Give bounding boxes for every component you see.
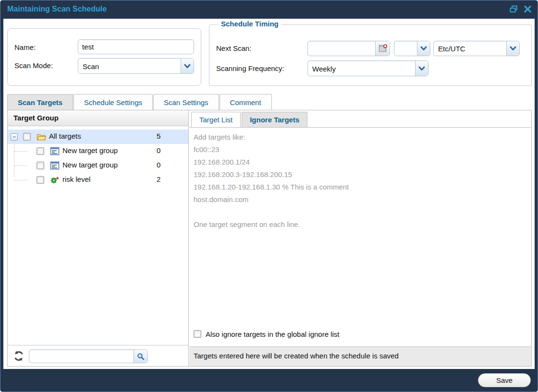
targets-tab-bar: Target List Ignore Targets xyxy=(189,110,531,128)
name-label: Name: xyxy=(14,43,36,51)
open-folder-icon xyxy=(37,132,46,141)
search-icon[interactable] xyxy=(134,350,147,363)
tree-row-risk-level[interactable]: risk level 2 xyxy=(8,173,188,187)
main-tab-bar: Scan Targets Schedule Settings Scan Sett… xyxy=(7,94,272,110)
global-ignore-row: Also ignore targets in the global ignore… xyxy=(189,328,531,347)
name-input[interactable] xyxy=(78,39,194,54)
gear-icon xyxy=(50,176,60,184)
calendar-icon[interactable] xyxy=(375,41,390,56)
chevron-down-icon xyxy=(415,61,428,76)
list-window-icon xyxy=(50,147,60,155)
maintaining-scan-schedule-dialog: Maintaining Scan Schedule Name: Scan Mod… xyxy=(0,0,538,392)
status-bar: Targets entered here will be created whe… xyxy=(189,346,531,366)
tab-scan-settings[interactable]: Scan Settings xyxy=(153,94,219,110)
target-group-tree: − All targets 5 xyxy=(8,127,188,345)
ignore-targets-editor xyxy=(189,128,531,328)
chevron-down-icon xyxy=(506,41,519,56)
group-checkbox[interactable] xyxy=(37,147,44,155)
dialog-footer: Save xyxy=(0,368,538,392)
scan-mode-select[interactable]: Scan xyxy=(78,58,194,74)
scan-mode-label: Scan Mode: xyxy=(14,61,53,70)
tab-scan-targets[interactable]: Scan Targets xyxy=(7,94,73,110)
targets-panel: Target List Ignore Targets Also ignore t… xyxy=(189,110,531,366)
scanning-frequency-label: Scanning Frequency: xyxy=(216,64,284,72)
tree-row-all-targets[interactable]: − All targets 5 xyxy=(8,130,188,144)
global-ignore-label: Also ignore targets in the global ignore… xyxy=(206,330,340,338)
timezone-select[interactable]: Etc/UTC xyxy=(433,41,520,56)
tree-connector xyxy=(14,180,27,180)
tree-search-box xyxy=(29,349,148,363)
target-group-panel: Target Group − All targets 5 xyxy=(8,110,189,366)
tree-search-input[interactable] xyxy=(33,351,132,362)
collapse-icon[interactable]: − xyxy=(11,133,18,141)
refresh-icon[interactable] xyxy=(12,350,25,362)
tree-row-new-target-group-1[interactable]: New target group 0 xyxy=(8,144,188,158)
all-targets-checkbox[interactable] xyxy=(23,133,31,141)
tree-search-row xyxy=(8,345,188,366)
target-group-header: Target Group xyxy=(8,110,188,126)
tree-connector xyxy=(14,166,27,166)
group-checkbox[interactable] xyxy=(37,176,44,184)
schedule-timing-legend: Schedule Timing xyxy=(218,20,281,28)
tab-comment[interactable]: Comment xyxy=(220,94,272,110)
list-window-icon xyxy=(50,161,60,170)
scan-targets-content: Target Group − All targets 5 xyxy=(7,110,532,367)
chevron-down-icon xyxy=(181,59,194,73)
tab-schedule-settings[interactable]: Schedule Settings xyxy=(73,94,153,110)
schedule-timing-fieldset: Schedule Timing Next Scan: xyxy=(209,24,532,86)
title-bar: Maintaining Scan Schedule xyxy=(0,0,538,19)
global-ignore-checkbox[interactable] xyxy=(194,330,201,338)
chevron-down-icon xyxy=(417,41,430,56)
name-panel: Name: Scan Mode: Scan xyxy=(7,28,201,86)
next-scan-date-input[interactable] xyxy=(307,41,390,56)
dialog-title: Maintaining Scan Schedule xyxy=(7,5,107,13)
save-button[interactable]: Save xyxy=(478,373,531,387)
scanning-frequency-select[interactable]: Weekly xyxy=(307,60,428,76)
tab-ignore-targets[interactable]: Ignore Targets xyxy=(242,112,307,127)
dialog-body: Name: Scan Mode: Scan Schedule Timing Ne… xyxy=(3,19,535,369)
tree-connector xyxy=(14,151,27,152)
group-checkbox[interactable] xyxy=(37,162,44,169)
close-icon[interactable] xyxy=(524,5,532,13)
tab-target-list[interactable]: Target List xyxy=(191,112,241,127)
ignore-targets-textarea[interactable] xyxy=(189,128,531,328)
restore-icon[interactable] xyxy=(510,5,518,13)
tree-row-new-target-group-2[interactable]: New target group 0 xyxy=(8,158,188,173)
next-scan-label: Next Scan: xyxy=(216,44,251,52)
next-scan-time-select[interactable] xyxy=(394,41,430,56)
